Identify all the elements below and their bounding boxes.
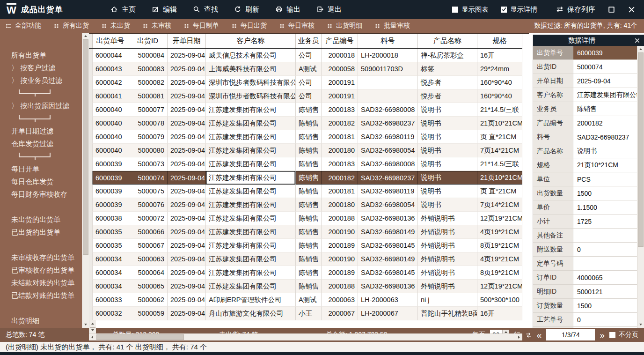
row-gutter[interactable]: [89, 252, 93, 266]
column-header[interactable]: 业务员: [296, 34, 322, 48]
table-cell[interactable]: 5000066: [128, 225, 168, 239]
table-row[interactable]: 600004350000832025-09-04上海威美科技有限公司A测试200…: [89, 62, 522, 76]
table-cell[interactable]: 2000183: [322, 103, 358, 117]
table-row[interactable]: 600003450000632025-09-04江苏建发集团有限公司陈销售200…: [89, 252, 522, 266]
table-cell[interactable]: 2025-09-04: [168, 49, 206, 62]
table-cell[interactable]: SAD32-66980136: [358, 280, 418, 293]
table-row[interactable]: 600003550000662025-09-04江苏建发集团有限公司陈销售200…: [89, 225, 522, 239]
row-gutter[interactable]: [89, 157, 93, 171]
table-cell[interactable]: A测试: [296, 293, 322, 307]
table-cell[interactable]: 2000180: [322, 144, 358, 157]
table-cell[interactable]: 陈销售: [296, 280, 322, 293]
table-cell[interactable]: 6000039: [93, 185, 128, 198]
table-cell[interactable]: 江苏建发集团有限公司: [206, 130, 296, 144]
table-cell[interactable]: 威美信息技术有限公司: [206, 49, 296, 62]
table-cell[interactable]: 2025-09-04: [168, 171, 206, 185]
table-cell[interactable]: 21*14.5/三联: [477, 157, 522, 171]
toolbar-edit-button[interactable]: 编辑: [152, 5, 177, 14]
table-cell[interactable]: SAD32-66980145: [358, 239, 418, 252]
sidebar-item[interactable]: 已结款对账的出货单: [0, 289, 82, 302]
table-cell[interactable]: 7页14*21CM: [477, 144, 522, 157]
show-detail-checkbox[interactable]: 显示详情: [501, 5, 537, 14]
table-cell[interactable]: 8页19*21CM: [477, 239, 522, 252]
table-cell[interactable]: 深圳市悦步者数码科技有限公司: [206, 89, 296, 103]
table-cell[interactable]: 说明书: [418, 117, 477, 130]
column-header[interactable]: 出货单号: [93, 34, 128, 48]
table-cell[interactable]: 5000063: [128, 252, 168, 266]
table-cell[interactable]: 2000058: [322, 62, 358, 76]
sidebar-item[interactable]: 〉 按客户过滤: [0, 61, 82, 74]
table-cell[interactable]: 江苏建发集团有限公司: [206, 252, 296, 266]
table-cell[interactable]: 4页19*21CM: [477, 225, 522, 239]
table-cell[interactable]: 江苏建发集团有限公司: [206, 266, 296, 280]
sidebar-item[interactable]: 未审核收存的出货单: [0, 251, 82, 264]
table-cell[interactable]: 5000078: [128, 117, 168, 130]
table-cell[interactable]: 公司: [296, 89, 322, 103]
table-cell[interactable]: 2025-09-04: [168, 103, 206, 117]
table-row[interactable]: 600003950000742025-09-04江苏建发集团有限公司陈销售200…: [89, 171, 522, 185]
row-gutter[interactable]: [89, 185, 93, 198]
table-cell[interactable]: LH-2000067: [358, 307, 418, 320]
table-cell[interactable]: SAD32-66980119: [358, 130, 418, 144]
table-cell[interactable]: 5000072: [128, 212, 168, 225]
table-cell[interactable]: 江苏建发集团有限公司: [206, 144, 296, 157]
detail-row[interactable]: 客户名称 江苏建发集团有限公司: [533, 88, 637, 102]
table-cell[interactable]: 说明书: [418, 144, 477, 157]
table-cell[interactable]: 2025-09-04: [168, 185, 206, 198]
table-cell[interactable]: 陈销售: [296, 117, 322, 130]
column-header[interactable]: 料号: [358, 34, 418, 48]
table-cell[interactable]: 陈销售: [296, 171, 322, 185]
table-cell[interactable]: 7页14*21CM: [477, 198, 522, 212]
table-cell[interactable]: 说明书: [418, 130, 477, 144]
scrollbar-thumb[interactable]: [90, 327, 95, 328]
table-cell[interactable]: A印刷ERP管理软件公司: [206, 293, 296, 307]
sidebar-item[interactable]: 开单日期过滤: [0, 125, 82, 137]
detail-row[interactable]: 规格 21页10*21CM: [533, 158, 637, 172]
table-cell[interactable]: 6000034: [93, 252, 128, 266]
row-gutter[interactable]: [89, 144, 93, 157]
table-row[interactable]: 600004150000812025-09-04深圳市悦步者数码科技有限公司公司…: [89, 89, 522, 103]
table-cell[interactable]: 外销说明书: [418, 239, 477, 252]
table-cell[interactable]: 江苏建发集团有限公司: [206, 212, 296, 225]
table-cell[interactable]: 6000033: [93, 293, 128, 307]
table-cell[interactable]: 5000062: [128, 293, 168, 307]
table-cell[interactable]: 2025-09-04: [168, 225, 206, 239]
detail-row[interactable]: 出货单号 6000039: [533, 46, 637, 60]
column-header[interactable]: 产品编号: [322, 34, 358, 48]
table-cell[interactable]: 江苏建发集团有限公司: [206, 198, 296, 212]
detail-row[interactable]: 明细ID 5000121: [533, 285, 637, 299]
row-gutter[interactable]: [89, 117, 93, 130]
table-cell[interactable]: 5000077: [128, 103, 168, 117]
table-cell[interactable]: 2025-09-04: [168, 198, 206, 212]
table-cell[interactable]: 6000040: [93, 130, 128, 144]
table-cell[interactable]: 2000181: [322, 130, 358, 144]
scroll-down-icon[interactable]: [89, 327, 96, 333]
scrollbar-thumb[interactable]: [638, 52, 644, 247]
table-cell[interactable]: 页 直*21CM: [477, 185, 522, 198]
prev-page-button[interactable]: «: [537, 331, 542, 340]
table-cell[interactable]: 8页19*21CM: [477, 266, 522, 280]
table-cell[interactable]: 21*14.5/三联: [477, 103, 522, 117]
table-cell[interactable]: 6000035: [93, 225, 128, 239]
table-row[interactable]: 600003950000752025-09-04江苏建发集团有限公司陈销售200…: [89, 185, 522, 198]
table-row[interactable]: 600004050000772025-09-04江苏建发集团有限公司陈销售200…: [89, 103, 522, 117]
table-row[interactable]: 600003350000622025-09-04A印刷ERP管理软件公司A测试2…: [89, 293, 522, 307]
nav-tab-all-functions[interactable]: 全部功能: [6, 22, 41, 30]
sidebar-item[interactable]: 〉 按出货原因过滤: [0, 99, 82, 112]
table-cell[interactable]: 6000040: [93, 103, 128, 117]
toolbar-refresh-button[interactable]: 刷新: [234, 5, 259, 14]
table-cell[interactable]: SAD32-66980136: [358, 212, 418, 225]
table-cell[interactable]: 说明书: [418, 171, 477, 185]
table-cell[interactable]: 说明书: [418, 198, 477, 212]
table-cell[interactable]: LH-2000018: [358, 49, 418, 62]
table-cell[interactable]: 江苏建发集团有限公司: [206, 185, 296, 198]
table-cell[interactable]: SAD32-66980145: [358, 266, 418, 280]
table-row[interactable]: 600004450000842025-09-04威美信息技术有限公司公司2000…: [89, 49, 522, 62]
table-cell[interactable]: 2025-09-04: [168, 62, 206, 76]
sidebar-item[interactable]: 每日仓库发货: [0, 175, 82, 188]
table-cell[interactable]: 160*90*40: [477, 76, 522, 89]
table-cell[interactable]: SAD32-66980054: [358, 144, 418, 157]
table-cell[interactable]: [358, 76, 418, 89]
table-cell[interactable]: [358, 89, 418, 103]
column-header[interactable]: 开单日期: [168, 34, 206, 48]
